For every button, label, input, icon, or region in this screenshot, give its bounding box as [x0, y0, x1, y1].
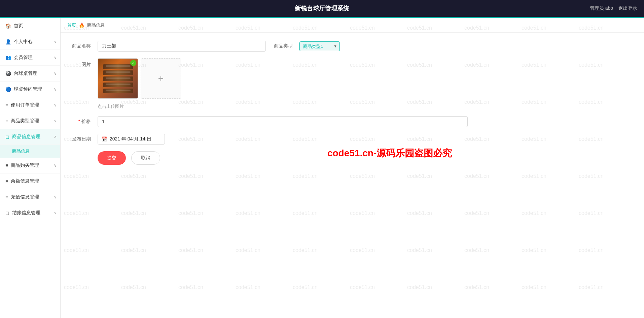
product-type-label: 商品类型: [273, 43, 293, 49]
person-icon: 👤: [5, 39, 11, 44]
breadcrumb-current: 商品信息: [87, 22, 105, 28]
chevron-down-icon-reservation: ∨: [54, 87, 57, 92]
choco-bar-5: [103, 89, 133, 93]
choco-bar-3: [103, 76, 133, 81]
logout-button[interactable]: 退出登录: [618, 5, 637, 11]
recharge-icon: ≡: [5, 194, 8, 200]
chevron-down-icon-purchase: ∨: [54, 163, 57, 168]
sidebar-label-recharge: 充值信息管理: [11, 194, 39, 200]
home-icon: 🏠: [5, 23, 11, 29]
header-right: 管理员 abo 退出登录: [590, 5, 637, 11]
chevron-down-icon: ∨: [54, 39, 57, 44]
sidebar-label-personal: 个人中心: [14, 39, 33, 45]
header: 新锐台球厅管理系统 管理员 abo 退出登录: [0, 0, 644, 17]
image-thumb-1[interactable]: ✓: [98, 58, 138, 99]
form-row-price: * 价格: [71, 116, 634, 127]
sidebar-item-recharge[interactable]: ≡ 充值信息管理 ∨: [0, 189, 60, 205]
chevron-down-icon-order: ∨: [54, 103, 57, 107]
sidebar-item-personal[interactable]: 👤 个人中心 ∨: [0, 34, 60, 50]
sidebar-sub-product: 商品信息: [0, 145, 60, 158]
sidebar-item-balance[interactable]: ≡ 余额信息管理: [0, 173, 60, 189]
sidebar-label-home: 首页: [14, 23, 23, 29]
sidebar-sub-item-product-info[interactable]: 商品信息: [0, 145, 60, 158]
fire-icon: 🔥: [79, 23, 84, 28]
image-add-button[interactable]: +: [141, 58, 181, 99]
form-row-name-type: 商品名称 商品类型 商品类型1 ▼: [71, 41, 634, 52]
sidebar-item-settlement[interactable]: ◻ 结账信息管理 ∨: [0, 205, 60, 221]
reservation-icon: 🔵: [5, 87, 11, 92]
product-type-select-wrapper[interactable]: 商品类型1 ▼: [299, 41, 340, 51]
chevron-down-icon-category: ∨: [54, 119, 57, 123]
button-row: 提交 取消: [98, 151, 634, 165]
choco-bar-1: [103, 64, 133, 69]
sidebar-item-product[interactable]: ◻ 商品信息管理 ∧: [0, 129, 60, 145]
main-content: // Generate watermark grid document.addE…: [61, 18, 644, 318]
price-label-text: 价格: [81, 119, 91, 124]
image-section: 图片 ✓: [71, 58, 634, 109]
choco-bar-2: [103, 70, 133, 75]
sidebar-item-purchase[interactable]: ≡ 商品购买管理 ∨: [0, 158, 60, 173]
breadcrumb-home[interactable]: 首页: [67, 22, 76, 28]
sidebar-label-product: 商品信息管理: [12, 134, 40, 140]
sidebar-label-category: 商品类型管理: [11, 118, 39, 124]
price-input[interactable]: [98, 116, 468, 127]
sidebar-label-settlement: 结账信息管理: [12, 210, 40, 216]
chevron-up-icon-product: ∧: [54, 134, 57, 139]
order-icon: ≡: [5, 102, 8, 108]
form-container: 商品名称 商品类型 商品类型1 ▼ 图片: [61, 33, 644, 173]
submit-button[interactable]: 提交: [98, 151, 126, 165]
product-icon: ◻: [5, 134, 9, 139]
sidebar-label-member: 会员管理: [14, 55, 33, 61]
sidebar: 🏠 首页 👤 个人中心 ∨ 👥 会员管理 ∨ 🎱 台球桌管理 ∨ 🔵 球桌预约管…: [0, 18, 61, 318]
breadcrumb: 首页 🔥 商品信息: [61, 18, 644, 33]
calendar-icon: 📅: [101, 136, 107, 142]
sidebar-item-member[interactable]: 👥 会员管理 ∨: [0, 50, 60, 66]
sidebar-item-home[interactable]: 🏠 首页: [0, 18, 60, 34]
admin-label: 管理员 abo: [590, 5, 613, 11]
cancel-button[interactable]: 取消: [131, 151, 160, 165]
chevron-down-icon-recharge: ∨: [54, 195, 57, 199]
sidebar-label-table: 台球桌管理: [14, 70, 37, 76]
check-icon: ✓: [130, 60, 136, 66]
image-label: 图片: [71, 62, 91, 68]
price-label: * 价格: [71, 119, 91, 125]
image-area: ✓ + 点击上传图片: [98, 58, 181, 109]
sub-item-label-product-info: 商品信息: [12, 149, 30, 154]
date-value: 2021 年 04 月 14 日: [110, 136, 151, 142]
sidebar-label-reservation: 球桌预约管理: [14, 86, 42, 92]
product-name-label: 商品名称: [71, 43, 91, 49]
balance-icon: ≡: [5, 179, 8, 184]
chevron-down-icon-member: ∨: [54, 55, 57, 60]
sidebar-item-table[interactable]: 🎱 台球桌管理 ∨: [0, 66, 60, 82]
chevron-down-icon-settlement: ∨: [54, 211, 57, 215]
chevron-down-icon-table: ∨: [54, 71, 57, 76]
image-thumbnails: ✓ +: [98, 58, 181, 99]
choco-bar-4: [103, 83, 133, 87]
layout: 🏠 首页 👤 个人中心 ∨ 👥 会员管理 ∨ 🎱 台球桌管理 ∨ 🔵 球桌预约管…: [0, 18, 644, 318]
purchase-icon: ≡: [5, 163, 8, 168]
sidebar-label-order: 使用订单管理: [11, 102, 39, 108]
upload-hint: 点击上传图片: [98, 103, 181, 109]
sidebar-label-balance: 余额信息管理: [11, 178, 39, 184]
settlement-icon: ◻: [5, 210, 9, 216]
sidebar-item-category[interactable]: ≡ 商品类型管理 ∨: [0, 113, 60, 129]
product-type-select[interactable]: 商品类型1: [299, 41, 340, 51]
member-icon: 👥: [5, 55, 11, 60]
sidebar-item-order[interactable]: ≡ 使用订单管理 ∨: [0, 97, 60, 113]
category-icon: ≡: [5, 118, 8, 124]
header-title: 新锐台球厅管理系统: [295, 4, 349, 12]
sidebar-label-purchase: 商品购买管理: [11, 162, 39, 168]
date-label: 发布日期: [71, 136, 91, 142]
form-row-date: 发布日期 📅 2021 年 04 月 14 日: [71, 134, 634, 145]
product-name-input[interactable]: [98, 41, 266, 52]
date-picker[interactable]: 📅 2021 年 04 月 14 日: [98, 134, 165, 145]
table-icon: 🎱: [5, 71, 11, 76]
sidebar-item-reservation[interactable]: 🔵 球桌预约管理 ∨: [0, 82, 60, 97]
